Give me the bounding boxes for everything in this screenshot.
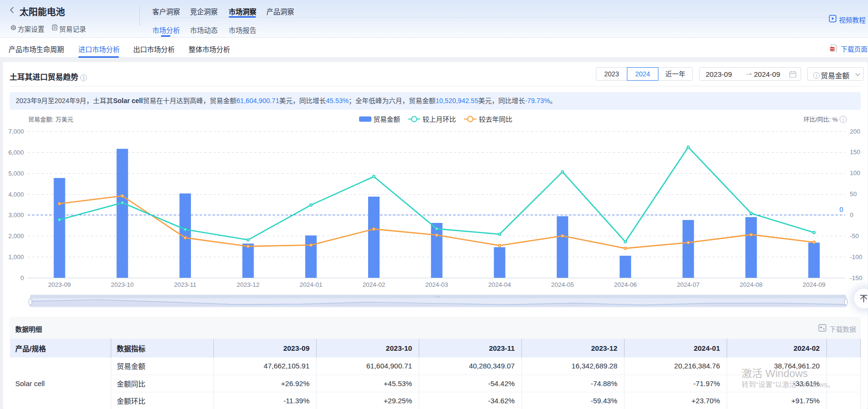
svg-text:50: 50 <box>850 190 857 198</box>
svg-text:0: 0 <box>850 211 853 219</box>
svg-text:200: 200 <box>850 128 860 135</box>
svg-text:i: i <box>843 117 844 122</box>
svg-text:PDF: PDF <box>830 48 835 50</box>
svg-text:-150: -150 <box>850 274 862 282</box>
svg-text:100: 100 <box>850 169 860 177</box>
svg-text:较上月环比: 较上月环比 <box>423 115 456 123</box>
svg-text:0: 0 <box>839 206 843 213</box>
svg-text:较去年同比: 较去年同比 <box>479 115 512 123</box>
svg-text:2023-09: 2023-09 <box>48 281 71 288</box>
svg-text:-100: -100 <box>850 253 862 261</box>
svg-text:2024-01: 2024-01 <box>299 281 322 288</box>
svg-text:150: 150 <box>850 148 860 156</box>
svg-text:6,000: 6,000 <box>8 149 24 156</box>
svg-text:7,000: 7,000 <box>8 128 24 135</box>
svg-text:2024-09: 2024-09 <box>803 281 826 288</box>
svg-text:2023-11: 2023-11 <box>174 281 197 288</box>
svg-text:2023-10: 2023-10 <box>111 281 134 288</box>
svg-text:2023-12: 2023-12 <box>237 281 260 288</box>
svg-text:2024-02: 2024-02 <box>362 281 385 288</box>
svg-text:1,000: 1,000 <box>8 253 24 261</box>
svg-text:贸易金额: 万美元: 贸易金额: 万美元 <box>28 116 73 123</box>
svg-text:2024-04: 2024-04 <box>488 281 511 288</box>
svg-text:2024-03: 2024-03 <box>425 281 448 288</box>
svg-text:2024-08: 2024-08 <box>740 281 762 288</box>
svg-text:2,000: 2,000 <box>8 232 24 240</box>
svg-text:-50: -50 <box>850 232 859 240</box>
svg-text:2024-05: 2024-05 <box>551 281 574 288</box>
svg-text:2024-07: 2024-07 <box>677 281 700 288</box>
svg-text:0: 0 <box>21 274 24 282</box>
svg-text:贸易金额: 贸易金额 <box>373 115 400 123</box>
svg-text:x: x <box>823 327 825 330</box>
svg-text:环比/同比: %: 环比/同比: % <box>804 116 838 123</box>
svg-text:2024-06: 2024-06 <box>614 281 637 288</box>
svg-text:5,000: 5,000 <box>8 170 24 177</box>
svg-text:3,000: 3,000 <box>8 211 24 219</box>
svg-text:4,000: 4,000 <box>8 191 24 198</box>
